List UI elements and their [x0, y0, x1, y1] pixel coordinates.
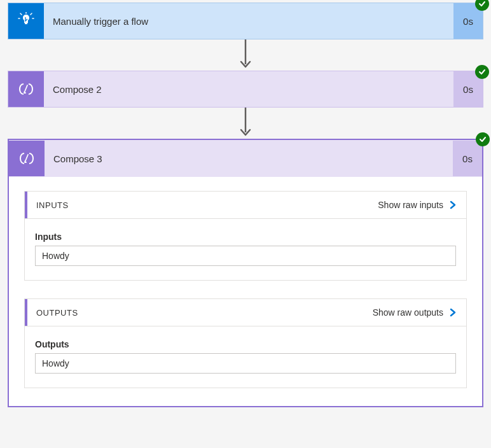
section-header: INPUTS Show raw inputs — [25, 192, 466, 219]
outputs-section: OUTPUTS Show raw outputs Outputs Howdy — [24, 298, 467, 388]
card-title: Compose 3 — [45, 153, 453, 164]
flow-card-header[interactable]: Compose 3 0s — [9, 140, 482, 177]
show-raw-inputs-link[interactable]: Show raw inputs — [378, 200, 457, 210]
show-raw-outputs-link[interactable]: Show raw outputs — [373, 307, 457, 318]
connector-arrow — [0, 107, 491, 139]
flow-card-body: INPUTS Show raw inputs Inputs Howdy OUTP… — [9, 177, 482, 406]
connector-arrow — [0, 39, 491, 71]
card-title: Compose 2 — [44, 84, 453, 95]
svg-rect-0 — [25, 23, 27, 24]
card-title: Manually trigger a flow — [44, 16, 453, 27]
trigger-icon — [8, 3, 44, 39]
field-label: Outputs — [35, 339, 456, 349]
section-body: Outputs Howdy — [25, 326, 466, 388]
link-text: Show raw outputs — [373, 307, 443, 318]
success-check-icon — [475, 0, 489, 11]
inputs-section: INPUTS Show raw inputs Inputs Howdy — [24, 191, 467, 281]
flow-card-compose-2[interactable]: Compose 2 0s — [8, 71, 483, 108]
success-check-icon — [475, 65, 489, 79]
flow-card-compose-3-expanded: Compose 3 0s INPUTS Show raw inputs Inpu… — [8, 139, 483, 407]
outputs-value-field[interactable]: Howdy — [35, 353, 456, 374]
section-header: OUTPUTS Show raw outputs — [25, 299, 466, 326]
section-body: Inputs Howdy — [25, 219, 466, 280]
card-duration: 0s — [453, 141, 482, 176]
success-check-icon — [476, 132, 490, 146]
flow-card-trigger[interactable]: Manually trigger a flow 0s — [8, 3, 483, 39]
section-title: INPUTS — [32, 200, 69, 210]
field-label: Inputs — [35, 232, 456, 242]
chevron-right-icon — [448, 200, 457, 209]
compose-icon — [8, 71, 44, 107]
chevron-right-icon — [448, 308, 457, 317]
inputs-value-field[interactable]: Howdy — [35, 246, 456, 266]
section-title: OUTPUTS — [32, 308, 78, 318]
link-text: Show raw inputs — [378, 200, 443, 210]
compose-icon — [9, 141, 45, 176]
